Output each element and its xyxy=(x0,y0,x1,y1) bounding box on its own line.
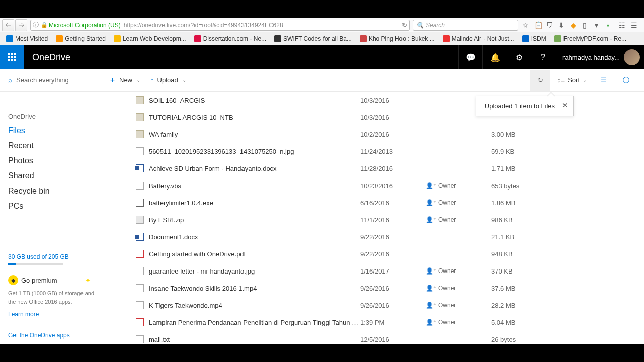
file-row[interactable]: K Tigers Taekwondo.mp49/26/2016👤⁺Owner28… xyxy=(106,297,638,314)
premium-desc: Get 1 TB (1000 GB) of storage and the ne… xyxy=(8,289,98,306)
plus-icon: ＋ xyxy=(109,75,116,85)
file-date: 1:39 PM xyxy=(360,319,426,326)
clipboard-icon[interactable]: 📋 xyxy=(534,21,542,29)
nav-section-label: OneDrive xyxy=(8,113,98,120)
browser-search[interactable]: 🔍 Search xyxy=(413,20,518,31)
search-everything[interactable]: ⌕ Search everything xyxy=(8,76,104,84)
corp-label: Microsoft Corporation (US) xyxy=(49,22,121,29)
close-icon[interactable]: ✕ xyxy=(562,101,568,109)
bookmark-item[interactable]: Getting Started xyxy=(53,34,109,43)
app-title: OneDrive xyxy=(24,52,70,63)
file-size: 37.6 MB xyxy=(491,285,536,292)
file-row[interactable]: Lampiran Penerima Pendanaan Penelitian d… xyxy=(106,314,638,331)
file-name: K Tigers Taekwondo.mp4 xyxy=(149,302,360,309)
skype-icon[interactable]: 💬 xyxy=(458,45,482,69)
file-list: SOIL 160_ARCGIS10/3/2016212 MBTUTORIAL A… xyxy=(106,92,644,346)
sidebar-item-photos[interactable]: Photos xyxy=(8,153,98,168)
file-name: guarantee letter - mr handayanto.jpg xyxy=(149,267,360,275)
upload-label: Upload xyxy=(157,76,178,84)
file-share: 👤⁺Owner xyxy=(426,285,491,292)
file-date: 9/26/2016 xyxy=(360,302,426,309)
file-row[interactable]: 560511_10201952331396133_1431075250_n.jp… xyxy=(106,143,638,160)
addon-icon-2[interactable]: ▯ xyxy=(583,21,591,29)
sort-icon: ↕≡ xyxy=(557,76,565,84)
bookmark-item[interactable]: Learn Web Developm... xyxy=(111,34,189,43)
addon-icon-5[interactable]: ☷ xyxy=(619,21,627,29)
file-row[interactable]: batterylimiter1.0.4.exe6/16/2016👤⁺Owner1… xyxy=(106,194,638,211)
file-name: Achieve SD Urban Form - Handayanto.docx xyxy=(149,165,360,172)
file-size: 28.2 MB xyxy=(491,302,536,309)
bookmark-item[interactable]: ISDM xyxy=(519,34,549,43)
notifications-icon[interactable]: 🔔 xyxy=(482,45,507,69)
bookmark-star-icon[interactable]: ☆ xyxy=(522,21,530,29)
file-row[interactable]: By ESRI.zip11/1/2016👤⁺Owner986 KB xyxy=(106,211,638,228)
menu-icon[interactable]: ☰ xyxy=(631,21,639,29)
forward-button[interactable]: 🡢 xyxy=(15,19,27,31)
user-menu[interactable]: rahmadya handay... xyxy=(555,45,644,69)
file-icon xyxy=(136,233,144,241)
bookmark-item[interactable]: Kho Ping Hoo : Bukek ... xyxy=(357,34,438,43)
search-label: Search everything xyxy=(16,76,69,84)
file-icon xyxy=(136,335,144,343)
file-share: 👤⁺Owner xyxy=(426,267,491,275)
file-name: batterylimiter1.0.4.exe xyxy=(149,199,360,207)
file-size: 1.71 MB xyxy=(491,165,536,172)
file-row[interactable]: Document1.docx9/22/201621.1 KB xyxy=(106,228,638,245)
file-date: 12/5/2016 xyxy=(360,336,426,343)
addon-icon-4[interactable]: ▪ xyxy=(607,21,615,29)
bookmark-item[interactable]: Dissertation.com - Ne... xyxy=(191,34,269,43)
storage-text[interactable]: 30 GB used of 205 GB xyxy=(8,253,98,260)
file-share: 👤⁺Owner xyxy=(426,319,491,326)
app-launcher[interactable] xyxy=(0,45,24,69)
letterbox xyxy=(0,0,644,18)
file-row[interactable]: WA family10/2/20163.00 MB xyxy=(106,126,638,143)
url-bar[interactable]: ⓘ 🔒 Microsoft Corporation (US) https://o… xyxy=(30,20,410,31)
storage-panel: 30 GB used of 205 GB ◆ Go premium ✦ Get … xyxy=(8,253,98,339)
sort-button[interactable]: ↕≡ Sort ⌄ xyxy=(552,69,592,92)
file-name: TUTORIAL ARCGIS 10_NTB xyxy=(149,114,360,121)
file-name: Lampiran Penerima Pendanaan Penelitian d… xyxy=(149,319,360,326)
sidebar-item-recycle-bin[interactable]: Recycle bin xyxy=(8,184,98,199)
file-size: 26 bytes xyxy=(491,336,536,343)
info-button[interactable]: ⓘ xyxy=(616,70,636,90)
file-size: 3.00 MB xyxy=(491,131,536,138)
refresh-button[interactable]: ↻ xyxy=(530,70,550,90)
new-button[interactable]: ＋ New ⌄ xyxy=(104,69,145,92)
bookmark-item[interactable]: SWIFT Codes for all Ba... xyxy=(271,34,355,43)
learn-more-link[interactable]: Learn more xyxy=(8,311,98,318)
pocket-icon[interactable]: ⛉ xyxy=(546,21,554,29)
sidebar-item-recent[interactable]: Recent xyxy=(8,138,98,153)
reload-icon[interactable]: ↻ xyxy=(402,22,407,29)
go-premium[interactable]: ◆ Go premium ✦ xyxy=(8,275,98,285)
bookmark-item[interactable]: Most Visited xyxy=(3,34,51,43)
file-icon xyxy=(136,199,144,207)
settings-icon[interactable]: ⚙ xyxy=(507,45,531,69)
sidebar-item-shared[interactable]: Shared xyxy=(8,168,98,184)
file-share: 👤⁺Owner xyxy=(426,302,491,309)
get-apps-link[interactable]: Get the OneDrive apps xyxy=(8,332,98,339)
file-date: 11/24/2013 xyxy=(360,148,426,155)
addon-icon-3[interactable]: ▾ xyxy=(595,21,603,29)
file-size: 948 KB xyxy=(491,250,536,258)
file-icon xyxy=(136,267,144,275)
file-name: By ESRI.zip xyxy=(149,216,360,224)
file-row[interactable]: Battery.vbs10/23/2016👤⁺Owner653 bytes xyxy=(106,177,638,194)
sidebar-item-pcs[interactable]: PCs xyxy=(8,199,98,214)
download-icon[interactable]: ⬇ xyxy=(558,21,567,29)
upload-button[interactable]: ↑ Upload ⌄ xyxy=(145,69,191,92)
file-name: mail.txt xyxy=(149,336,360,343)
sort-label: Sort xyxy=(568,76,580,84)
sidebar-item-files[interactable]: Files xyxy=(8,123,98,138)
file-row[interactable]: Insane Taekwondo Skills 2016 1.mp49/26/2… xyxy=(106,280,638,297)
addon-icon[interactable]: ◆ xyxy=(571,21,579,29)
file-row[interactable]: guarantee letter - mr handayanto.jpg1/16… xyxy=(106,262,638,280)
help-icon[interactable]: ? xyxy=(531,45,555,69)
file-row[interactable]: Getting started with OneDrive.pdf9/22/20… xyxy=(106,245,638,262)
bookmark-item[interactable]: Malindo Air - Not Just... xyxy=(440,34,517,43)
bookmark-item[interactable]: FreeMyPDF.com - Re... xyxy=(551,34,629,43)
back-button[interactable]: 🡠 xyxy=(2,19,14,31)
file-row[interactable]: Achieve SD Urban Form - Handayanto.docx1… xyxy=(106,160,638,177)
file-icon xyxy=(136,301,144,309)
view-button[interactable]: ☰ xyxy=(594,70,614,90)
file-size: 59.9 KB xyxy=(491,148,536,155)
